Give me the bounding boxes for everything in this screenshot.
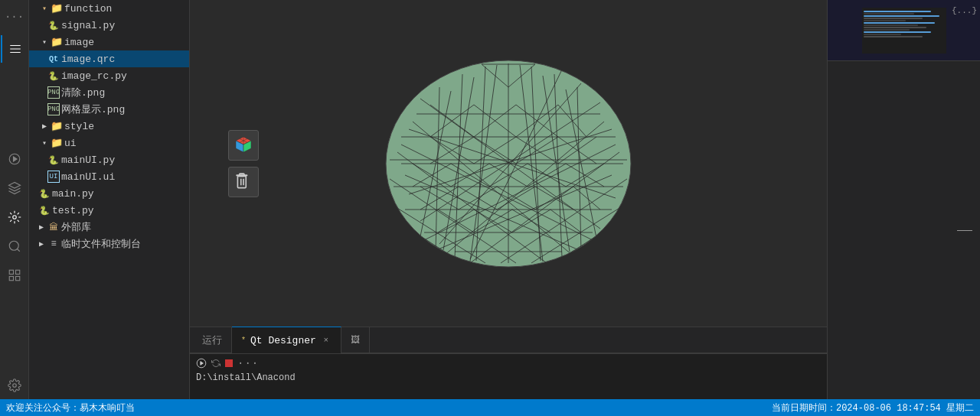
canvas-area [190, 0, 827, 327]
terminal-area: ··· D:\install\Anacond [190, 353, 827, 399]
terminal-path: D:\install\Anacond [196, 372, 821, 383]
svg-rect-15 [237, 176, 246, 187]
svg-rect-5 [15, 277, 19, 281]
sidebar-label-main-py: main.py [52, 188, 94, 200]
chevron-down-icon-ui: ▾ [38, 137, 51, 149]
sidebar-label-style: style [64, 121, 94, 132]
ui-icon-mainui: UI [47, 171, 60, 183]
terminal-path-text: D:\install\Anacond [196, 372, 296, 383]
terminal-more-btn[interactable]: ··· [237, 357, 259, 369]
sidebar-item-main-py[interactable]: 🐍 main.py [29, 185, 189, 202]
sidebar-label-test-py: test.py [52, 205, 94, 216]
sidebar-label-signal-py: signal.py [61, 20, 115, 31]
folder-icon-linshi: ≡ [47, 238, 60, 250]
sidebar-label-mainui-py: mainUI.py [61, 154, 115, 166]
folder-icon-waibuku: 🏛 [47, 221, 60, 233]
app-container: ··· [0, 0, 980, 399]
py-icon-test: 🐍 [38, 204, 51, 216]
activity-item-extensions[interactable] [1, 262, 28, 289]
tab-run[interactable]: 运行 [193, 327, 232, 353]
activity-item-run[interactable] [1, 145, 28, 173]
activity-item-debug-active[interactable] [1, 203, 28, 231]
svg-rect-3 [9, 270, 13, 274]
svg-rect-4 [15, 270, 19, 274]
tab-image[interactable]: 🖼 [341, 327, 370, 353]
svg-point-2 [9, 241, 18, 250]
status-right-text: 当前日期时间：2024-08-06 18:47:54 星期二 [772, 401, 974, 414]
tab-qt-designer-label: Qt Designer [250, 335, 316, 346]
sidebar-label-mainui-ui: mainUI.ui [61, 171, 115, 183]
sidebar-item-function[interactable]: ▾ 📁 function [29, 0, 189, 17]
minimap [862, 8, 946, 54]
cube-tool-button[interactable] [228, 130, 259, 161]
tab-run-label: 运行 [202, 333, 222, 347]
chevron-down-icon-image: ▾ [38, 36, 51, 48]
sidebar-item-test-py[interactable]: 🐍 test.py [29, 202, 189, 219]
qrc-icon: Qt [47, 53, 60, 65]
right-panel: {...} [827, 0, 980, 399]
sidebar-item-mainui-py[interactable]: 🐍 mainUI.py [29, 151, 189, 168]
status-bar-right: 当前日期时间：2024-08-06 18:47:54 星期二 [772, 401, 974, 414]
sidebar-item-linshi[interactable]: ▶ ≡ 临时文件和控制台 [29, 236, 189, 252]
py-icon-image-rc: 🐍 [47, 70, 60, 82]
tab-image-icon: 🖼 [351, 334, 360, 346]
activity-item-three-dots[interactable]: ··· [1, 3, 28, 31]
png-icon-qingchu: PNG [47, 86, 60, 99]
chevron-right-icon-waibuku: ▶ [35, 221, 47, 233]
chevron-right-icon-style: ▶ [38, 120, 51, 132]
sidebar-item-image-qrc[interactable]: Qt image.qrc [29, 50, 189, 67]
sidebar-item-ui[interactable]: ▾ 📁 ui [29, 135, 189, 151]
py-icon-mainui: 🐍 [47, 154, 60, 166]
clear-tool-button[interactable] [228, 167, 259, 197]
tab-close-button[interactable]: × [321, 335, 332, 346]
svg-point-1 [12, 216, 16, 219]
tab-modified-dot: * [241, 336, 246, 345]
py-icon-main: 🐍 [38, 187, 51, 200]
activity-bar: ··· [0, 0, 29, 399]
activity-item-settings[interactable] [1, 372, 28, 399]
sidebar-item-image-rc-py[interactable]: 🐍 image_rc.py [29, 67, 189, 84]
sidebar-label-ui: ui [64, 138, 77, 149]
folder-icon-style: 📁 [51, 120, 63, 132]
scrollbar-indicator [957, 230, 972, 231]
folder-icon-ui: 📁 [51, 137, 63, 149]
folder-icon-image: 📁 [51, 36, 63, 48]
json-badge: {...} [952, 6, 977, 15]
terminal-stop-btn[interactable] [225, 359, 233, 367]
sidebar-label-image-rc-py: image_rc.py [61, 70, 127, 82]
terminal-toolbar: ··· [196, 357, 821, 369]
tab-qt-designer[interactable]: * Qt Designer × [232, 327, 341, 353]
sidebar-item-image[interactable]: ▾ 📁 image [29, 34, 189, 50]
sidebar-item-qingchu-png[interactable]: PNG 清除.png [29, 84, 189, 101]
mesh-svg [363, 45, 654, 282]
svg-point-7 [12, 384, 16, 388]
activity-item-explorer[interactable] [1, 35, 28, 63]
sidebar-item-mainui-ui[interactable]: UI mainUI.ui [29, 168, 189, 185]
folder-icon: 📁 [51, 2, 63, 15]
sidebar-label-image: image [64, 37, 94, 48]
right-panel-content [828, 61, 980, 399]
sidebar-item-style[interactable]: ▶ 📁 style [29, 118, 189, 135]
activity-item-search[interactable] [1, 232, 28, 260]
svg-rect-6 [9, 277, 13, 281]
chevron-right-icon-linshi: ▶ [35, 238, 47, 250]
terminal-refresh-btn[interactable] [211, 358, 220, 369]
status-left-text: 欢迎关注公众号：易木木响叮当 [6, 401, 135, 414]
chevron-down-icon: ▾ [38, 2, 51, 15]
sidebar-label-waibuku: 外部库 [61, 220, 91, 234]
sidebar-item-signal-py[interactable]: 🐍 signal.py [29, 17, 189, 34]
sidebar-item-wangge-png[interactable]: PNG 网格显示.png [29, 101, 189, 118]
py-icon: 🐍 [47, 19, 60, 31]
terminal-run-btn[interactable] [196, 358, 207, 369]
sidebar-item-waibuku[interactable]: ▶ 🏛 外部库 [29, 219, 189, 236]
sidebar: ▾ 📁 function 🐍 signal.py ▾ 📁 image Qt im… [29, 0, 190, 399]
mesh-visualization [363, 45, 654, 282]
sidebar-label-linshi: 临时文件和控制台 [61, 237, 141, 251]
png-icon-wangge: PNG [47, 103, 60, 115]
sidebar-label-qingchu-png: 清除.png [61, 86, 105, 99]
tabs-bar: 运行 * Qt Designer × 🖼 [190, 327, 827, 353]
status-bar-left: 欢迎关注公众号：易木木响叮当 [6, 401, 135, 414]
activity-item-layers[interactable] [1, 174, 28, 202]
status-bar: 欢迎关注公众号：易木木响叮当 当前日期时间：2024-08-06 18:47:5… [0, 399, 980, 416]
sidebar-label-function: function [64, 3, 112, 15]
